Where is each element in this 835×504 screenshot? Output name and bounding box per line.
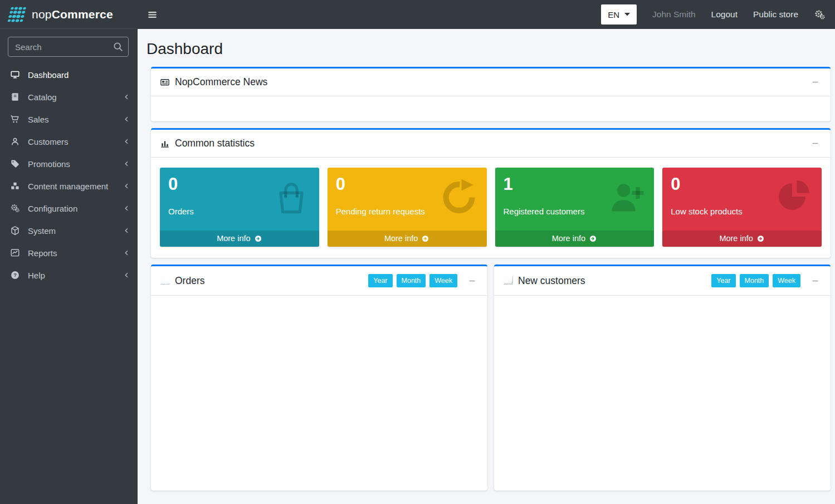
period-week-button[interactable]: Week <box>773 274 800 287</box>
svg-text:21 Sunday: 21 Sunday <box>503 283 504 285</box>
user-plus-icon <box>606 177 646 219</box>
sidebar-item-system[interactable]: System <box>0 219 138 242</box>
content-area: Dashboard NopCommerce News <box>138 29 835 491</box>
arrow-circle-right-icon <box>254 234 262 243</box>
chevron-left-icon <box>123 272 130 278</box>
chevron-left-icon <box>123 227 130 234</box>
sidebar-item-label: Reports <box>28 248 123 258</box>
language-value: EN <box>608 10 619 19</box>
arrow-circle-right-icon <box>589 234 597 243</box>
chart-panel-title: Orders <box>175 275 204 287</box>
sidebar-item-label: Promotions <box>28 159 123 169</box>
svg-text:1: 1 <box>161 276 162 276</box>
newspaper-icon <box>160 77 170 87</box>
sidebar-item-catalog[interactable]: Catalog <box>0 86 138 108</box>
user-name: John Smith <box>652 9 696 19</box>
sidebar-item-promotions[interactable]: Promotions <box>0 153 138 175</box>
refresh-icon <box>439 177 479 219</box>
arrow-circle-right-icon <box>756 234 765 243</box>
cart-icon <box>8 114 22 124</box>
sidebar-item-label: Dashboard <box>28 70 130 80</box>
logo-text: nopCommerce <box>32 8 113 21</box>
svg-text:23 Tuesday: 23 Tuesday <box>163 283 164 285</box>
svg-text:25 Thursday: 25 Thursday <box>165 283 167 285</box>
chevron-left-icon <box>123 249 130 256</box>
bar-chart-icon <box>160 139 170 149</box>
collapse-minus-icon[interactable] <box>809 276 822 286</box>
search-icon[interactable] <box>112 41 124 55</box>
collapse-minus-icon[interactable] <box>809 77 822 87</box>
sidebar-item-content-management[interactable]: Content management <box>0 175 138 197</box>
svg-text:27 Saturday: 27 Saturday <box>167 283 169 285</box>
menu-toggle-icon[interactable] <box>147 9 158 20</box>
news-panel-title: NopCommerce News <box>175 76 267 88</box>
chevron-left-icon <box>123 116 130 123</box>
more-info-link[interactable]: More info <box>160 231 319 247</box>
period-year-button[interactable]: Year <box>711 274 735 287</box>
sidebar-menu: DashboardCatalogSalesCustomersPromotions… <box>0 63 138 286</box>
svg-text:23 Tuesday: 23 Tuesday <box>506 283 507 285</box>
more-info-link[interactable]: More info <box>495 231 655 247</box>
shopping-bag-icon <box>271 177 311 219</box>
sidebar: nopCommerce DashboardCatalogSalesCustome… <box>0 0 138 504</box>
cubes-icon <box>8 181 22 191</box>
arrow-circle-right-icon <box>421 234 429 243</box>
period-week-button[interactable]: Week <box>429 274 457 287</box>
sidebar-item-label: Help <box>28 271 123 280</box>
chart-body <box>494 296 831 491</box>
pie-chart-icon <box>774 177 814 219</box>
svg-text:21 Sunday: 21 Sunday <box>160 283 161 285</box>
nopcommerce-logo-icon <box>7 6 27 23</box>
more-info-link[interactable]: More info <box>328 231 487 247</box>
new-customers-chart-panel: 0121 Sunday22 Monday23 Tuesday24 Wednesd… <box>494 265 831 491</box>
more-info-link[interactable]: More info <box>662 231 822 247</box>
caret-down-icon <box>624 13 630 16</box>
svg-text:25 Thursday: 25 Thursday <box>508 283 510 285</box>
sidebar-item-configuration[interactable]: Configuration <box>0 197 138 219</box>
book-icon <box>8 92 22 102</box>
collapse-minus-icon[interactable] <box>466 276 478 286</box>
stat-cards-row: 0OrdersMore info0Pending return requests… <box>160 168 822 257</box>
cart-icon: 0121 Sunday22 Monday23 Tuesday24 Wednesd… <box>160 276 170 286</box>
common-statistics-panel: Common statistics 0OrdersMore info0Pendi… <box>151 128 831 258</box>
sidebar-item-sales[interactable]: Sales <box>0 108 138 130</box>
sidebar-item-help[interactable]: ?Help <box>0 264 138 286</box>
period-month-button[interactable]: Month <box>397 274 426 287</box>
top-bar: EN John Smith Logout Public store <box>138 0 835 29</box>
desktop-icon <box>8 70 22 80</box>
settings-gears-icon[interactable] <box>814 9 826 21</box>
stat-card-orders: 0OrdersMore info <box>160 168 319 247</box>
chevron-left-icon <box>123 94 130 100</box>
question-icon: ? <box>8 270 22 280</box>
period-month-button[interactable]: Month <box>740 274 769 287</box>
cube-icon <box>8 226 22 236</box>
svg-text:22 Monday: 22 Monday <box>505 283 506 285</box>
sidebar-item-dashboard[interactable]: Dashboard <box>0 63 138 86</box>
orders-chart <box>154 301 484 491</box>
tag-icon <box>8 159 22 169</box>
gears-icon <box>8 203 22 213</box>
svg-text:26 Friday: 26 Friday <box>510 283 511 285</box>
sidebar-item-label: Catalog <box>28 92 123 102</box>
sidebar-item-label: Sales <box>28 115 123 124</box>
svg-text:22 Monday: 22 Monday <box>162 283 163 285</box>
svg-text:1: 1 <box>504 276 505 276</box>
public-store-link[interactable]: Public store <box>753 9 798 19</box>
charts-row: 0121 Sunday22 Monday23 Tuesday24 Wednesd… <box>151 265 831 491</box>
svg-text:26 Friday: 26 Friday <box>167 283 168 285</box>
search-input[interactable] <box>8 37 129 57</box>
logout-link[interactable]: Logout <box>711 9 738 19</box>
language-select[interactable]: EN <box>601 4 637 25</box>
sidebar-item-reports[interactable]: Reports <box>0 242 138 264</box>
stat-card-pending-return-requests: 0Pending return requestsMore info <box>328 168 487 247</box>
chevron-left-icon <box>123 160 130 167</box>
sidebar-item-label: Customers <box>28 137 123 146</box>
period-year-button[interactable]: Year <box>368 274 392 287</box>
statistics-panel-title: Common statistics <box>175 138 255 149</box>
sidebar-item-label: Configuration <box>28 204 123 213</box>
logo[interactable]: nopCommerce <box>0 0 138 29</box>
collapse-minus-icon[interactable] <box>809 138 822 149</box>
news-panel-body <box>151 96 831 121</box>
sidebar-item-customers[interactable]: Customers <box>0 130 138 153</box>
chart-body <box>151 296 487 491</box>
